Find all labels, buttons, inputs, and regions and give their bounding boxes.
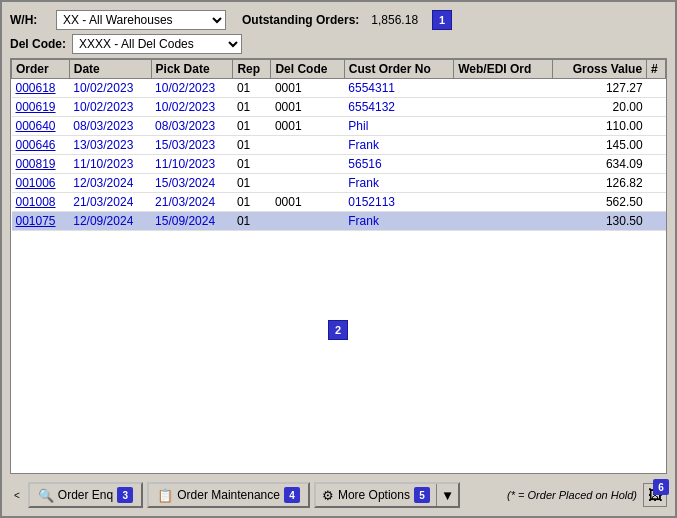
badge-4: 4 xyxy=(284,487,300,503)
table-cell: 562.50 xyxy=(552,193,646,212)
table-cell: 01 xyxy=(233,193,271,212)
table-cell[interactable]: 000646 xyxy=(12,136,70,155)
table-cell: 01 xyxy=(233,79,271,98)
table-cell xyxy=(647,155,666,174)
wh-label: W/H: xyxy=(10,13,50,27)
table-cell: 13/03/2023 xyxy=(69,136,151,155)
table-cell: Phil xyxy=(344,117,453,136)
table-cell xyxy=(647,117,666,136)
table-cell xyxy=(454,193,553,212)
table-cell: 127.27 xyxy=(552,79,646,98)
table-cell: 10/02/2023 xyxy=(69,79,151,98)
more-options-dropdown-button[interactable]: ▼ xyxy=(436,484,458,506)
table-cell: 0152113 xyxy=(344,193,453,212)
table-cell[interactable]: 000819 xyxy=(12,155,70,174)
table-cell[interactable]: 001006 xyxy=(12,174,70,193)
delcode-select[interactable]: XXXX - All Del Codes xyxy=(72,34,242,54)
more-options-main-button[interactable]: ⚙ More Options 5 xyxy=(316,484,436,506)
col-pick-date: Pick Date xyxy=(151,60,233,79)
help-icon-button[interactable]: 🖼 6 xyxy=(643,483,667,507)
orders-table-container: Order Date Pick Date Rep Del Code Cust O… xyxy=(10,58,667,474)
table-cell: 15/03/2024 xyxy=(151,174,233,193)
table-cell: 10/02/2023 xyxy=(151,98,233,117)
table-cell[interactable]: 000640 xyxy=(12,117,70,136)
table-cell: 0001 xyxy=(271,117,344,136)
table-cell: 21/03/2024 xyxy=(69,193,151,212)
table-cell[interactable]: 000618 xyxy=(12,79,70,98)
order-enq-label: Order Enq xyxy=(58,488,113,502)
chevron-down-icon: ▼ xyxy=(441,488,454,503)
table-cell: 0001 xyxy=(271,98,344,117)
bottom-left: < 🔍 Order Enq 3 📋 Order Maintenance 4 ⚙ … xyxy=(10,482,460,508)
table-cell: 12/03/2024 xyxy=(69,174,151,193)
outstanding-value: 1,856.18 xyxy=(371,13,418,27)
table-cell: 01 xyxy=(233,98,271,117)
table-cell xyxy=(647,136,666,155)
wh-select[interactable]: XX - All Warehouses xyxy=(56,10,226,30)
more-options-split-button[interactable]: ⚙ More Options 5 ▼ xyxy=(314,482,460,508)
table-row[interactable]: 00100612/03/202415/03/202401Frank126.82 xyxy=(12,174,666,193)
more-options-icon: ⚙ xyxy=(322,488,334,503)
outstanding-label: Outstanding Orders: xyxy=(242,13,359,27)
table-row[interactable]: 00107512/09/202415/09/202401Frank130.50 xyxy=(12,212,666,231)
table-scroll-area[interactable]: Order Date Pick Date Rep Del Code Cust O… xyxy=(11,59,666,266)
table-cell[interactable]: 001008 xyxy=(12,193,70,212)
wh-row: W/H: XX - All Warehouses Outstanding Ord… xyxy=(10,10,667,30)
table-cell: 130.50 xyxy=(552,212,646,231)
table-cell xyxy=(454,79,553,98)
badge-6: 6 xyxy=(653,479,669,495)
bottom-bar: < 🔍 Order Enq 3 📋 Order Maintenance 4 ⚙ … xyxy=(10,478,667,508)
table-row[interactable]: 00064008/03/202308/03/2023010001Phil110.… xyxy=(12,117,666,136)
table-row[interactable]: 00061910/02/202310/02/202301000165541322… xyxy=(12,98,666,117)
table-cell: 01 xyxy=(233,136,271,155)
badge-1: 1 xyxy=(432,10,452,30)
table-cell: 10/02/2023 xyxy=(151,79,233,98)
table-row[interactable]: 00061810/02/202310/02/202301000165543111… xyxy=(12,79,666,98)
table-cell: Frank xyxy=(344,212,453,231)
table-row[interactable]: 00081911/10/202311/10/20230156516634.09 xyxy=(12,155,666,174)
badge-3: 3 xyxy=(117,487,133,503)
table-cell: 56516 xyxy=(344,155,453,174)
table-row[interactable]: 00064613/03/202315/03/202301Frank145.00 xyxy=(12,136,666,155)
table-cell: 15/09/2024 xyxy=(151,212,233,231)
badge-5: 5 xyxy=(414,487,430,503)
table-cell xyxy=(271,174,344,193)
bottom-right: (* = Order Placed on Hold) 🖼 6 xyxy=(507,483,667,507)
table-cell xyxy=(454,117,553,136)
table-cell: 01 xyxy=(233,117,271,136)
col-order: Order xyxy=(12,60,70,79)
scroll-left-icon[interactable]: < xyxy=(10,490,24,501)
col-cust-order: Cust Order No xyxy=(344,60,453,79)
col-date: Date xyxy=(69,60,151,79)
table-cell: 11/10/2023 xyxy=(69,155,151,174)
order-enq-icon: 🔍 xyxy=(38,488,54,503)
table-cell xyxy=(454,174,553,193)
table-cell: 21/03/2024 xyxy=(151,193,233,212)
table-cell: 145.00 xyxy=(552,136,646,155)
table-cell xyxy=(647,193,666,212)
table-cell xyxy=(271,136,344,155)
col-gross-value: Gross Value xyxy=(552,60,646,79)
top-controls: W/H: XX - All Warehouses Outstanding Ord… xyxy=(10,10,667,54)
table-cell: 08/03/2023 xyxy=(69,117,151,136)
table-cell[interactable]: 001075 xyxy=(12,212,70,231)
table-row[interactable]: 00100821/03/202421/03/202401000101521135… xyxy=(12,193,666,212)
table-cell[interactable]: 000619 xyxy=(12,98,70,117)
table-cell xyxy=(271,212,344,231)
col-hash: # xyxy=(647,60,666,79)
order-enq-button[interactable]: 🔍 Order Enq 3 xyxy=(28,482,143,508)
orders-table: Order Date Pick Date Rep Del Code Cust O… xyxy=(11,59,666,231)
table-cell: 20.00 xyxy=(552,98,646,117)
status-text: (* = Order Placed on Hold) xyxy=(507,489,637,501)
delcode-row: Del Code: XXXX - All Del Codes xyxy=(10,34,667,54)
more-options-label: More Options xyxy=(338,488,410,502)
table-cell xyxy=(647,212,666,231)
order-maintenance-button[interactable]: 📋 Order Maintenance 4 xyxy=(147,482,310,508)
table-cell: Frank xyxy=(344,174,453,193)
order-maintenance-label: Order Maintenance xyxy=(177,488,280,502)
table-cell: 11/10/2023 xyxy=(151,155,233,174)
table-cell: 0001 xyxy=(271,79,344,98)
table-cell xyxy=(454,155,553,174)
table-cell: 634.09 xyxy=(552,155,646,174)
table-cell xyxy=(454,98,553,117)
